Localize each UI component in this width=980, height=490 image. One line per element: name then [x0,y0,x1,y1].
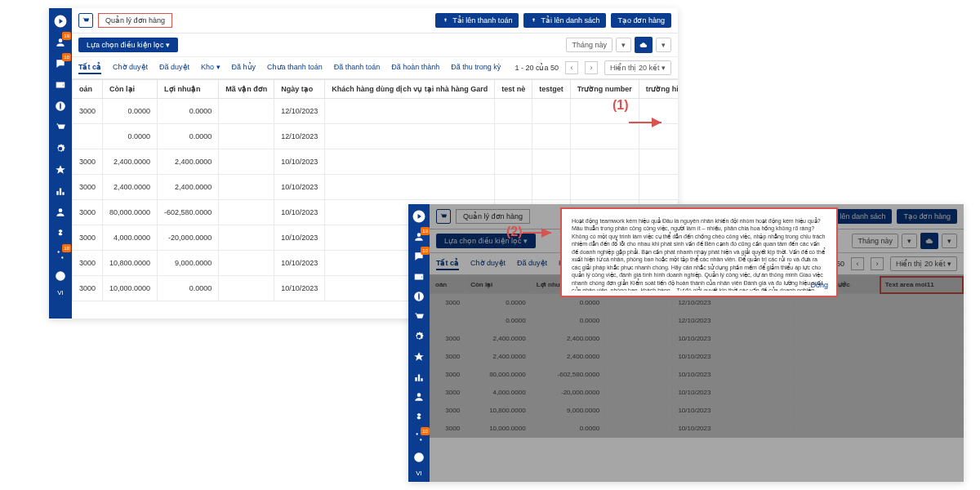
sidebar-star-icon[interactable] [411,350,427,365]
col-header[interactable]: trường hi [639,80,678,99]
filterbar: Lựa chọn điều kiện lọc ▾ Tháng này ▾ ▾ [72,33,678,57]
cell: 3000 [73,99,103,124]
cell [639,149,678,175]
sidebar-chart-icon[interactable] [52,183,69,199]
cell [219,251,274,276]
cell: 0.0000 [158,276,219,301]
cell: 0.0000 [103,124,158,149]
table-row[interactable]: 30002,400.00002,400.000010/10/2023 [73,175,679,200]
sidebar-dollar-icon[interactable] [411,409,427,425]
sidebar-logo-icon[interactable] [52,13,69,29]
cell [325,149,495,175]
tab-2[interactable]: Đã duyệt [159,61,189,74]
cell [219,124,274,149]
sidebar-person-icon[interactable] [411,390,427,405]
sidebar-clock-icon[interactable] [411,449,427,465]
tab-6[interactable]: Đã thanh toán [334,61,381,74]
cell: 12/10/2023 [274,99,325,124]
tab-3[interactable]: Kho ▾ [201,61,220,74]
table-row[interactable]: 30000.00000.000012/10/2023 [73,99,679,124]
modal-dialog: Hoạt động teamwork kém hiệu quả Đâu là n… [560,207,838,297]
tab-0[interactable]: Tất cả [78,61,101,74]
tab-7[interactable]: Đã hoàn thành [391,61,439,74]
tab-8[interactable]: Đã thu trong kỳ [451,61,501,74]
table-row[interactable]: 0.00000.000012/10/2023Hoạt động teamwork… [73,124,679,149]
cell [639,175,678,200]
cell: 2,400.0000 [158,175,219,200]
sidebar-user-icon[interactable]: 19 [411,229,427,245]
pager-prev[interactable]: ‹ [565,61,578,74]
sidebar-wallet-icon[interactable] [411,270,427,285]
sidebar-cart-icon[interactable] [411,310,427,325]
tab-5[interactable]: Chưa thanh toán [267,61,323,74]
upload-payment-button[interactable]: Tải lên thanh toán [435,13,519,28]
cell: 10,000.0000 [103,276,158,301]
modal-close-button[interactable]: Đóng [810,280,828,292]
main-area: Quản lý đơn hàng Tải lên thanh toán Tải … [430,204,964,482]
sidebar: 191010VI [408,204,430,482]
month-caret[interactable]: ▾ [616,38,631,52]
pager: 1 - 20 của 50 ‹ › Hiển thị 20 kết ▾ [514,60,671,75]
sidebar-cog-icon[interactable] [52,140,69,157]
cell [219,276,274,301]
sidebar-person-icon[interactable] [52,204,69,220]
col-header[interactable]: Lợi nhuận [158,80,219,99]
sidebar-globe-icon[interactable] [52,98,69,114]
cell [532,175,571,200]
table-row[interactable]: 30002,400.00002,400.000010/10/2023 [73,149,679,175]
month-select[interactable]: Tháng này [566,38,612,52]
col-header[interactable]: oán [73,80,103,99]
create-order-button[interactable]: Tạo đơn hàng [611,13,671,28]
col-header[interactable]: Mã vận đơn [219,80,274,99]
cell: 10/10/2023 [274,149,325,175]
cell: 3000 [73,149,103,175]
tab-1[interactable]: Chờ duyệt [113,61,148,74]
language-toggle[interactable]: VI [416,470,422,477]
sidebar-cog-icon[interactable] [411,329,427,345]
sidebar-percent-icon[interactable]: 10 [52,247,69,263]
cell [325,124,495,149]
sidebar-logo-icon[interactable] [411,209,427,225]
cell [73,124,103,149]
cell [495,124,532,149]
cell [495,149,532,175]
sidebar-chat-icon[interactable]: 10 [411,249,427,265]
cell: 12/10/2023 [274,124,325,149]
sidebar-star-icon[interactable] [52,162,69,178]
filter-dropdown[interactable]: Lựa chọn điều kiện lọc ▾ [78,38,178,52]
pager-next[interactable]: › [585,61,598,74]
sidebar-wallet-icon[interactable] [52,77,69,93]
col-header[interactable]: Còn lại [103,80,158,99]
col-header[interactable]: Trường number [570,80,639,99]
sidebar-chat-icon[interactable]: 10 [52,56,69,72]
cell: 10/10/2023 [274,225,325,251]
pager-display[interactable]: Hiển thị 20 kết ▾ [604,60,671,75]
cell [219,149,274,175]
cell: -602,580.0000 [158,200,219,225]
sidebar-chart-icon[interactable] [411,369,427,385]
sidebar-user-icon[interactable]: 19 [52,34,69,51]
cell: 3000 [73,276,103,301]
sidebar-globe-icon[interactable] [411,289,427,305]
language-toggle[interactable]: VI [57,289,64,296]
cloud-download-button[interactable] [635,37,653,53]
col-header[interactable]: test nè [495,80,532,99]
cell: 3000 [73,225,103,251]
col-header[interactable]: testget [532,80,571,99]
sidebar-cart-icon[interactable] [52,119,69,136]
sidebar-dollar-icon[interactable] [52,225,69,242]
sidebar-clock-icon[interactable] [52,268,69,284]
col-header[interactable]: Khách hàng dùng dịch vụ tại nhà hàng Gar… [325,80,495,99]
pager-range: 1 - 20 của 50 [514,64,559,72]
cell [532,99,571,124]
cell: 3000 [73,251,103,276]
cell [495,175,532,200]
upload-list-button[interactable]: Tải lên danh sách [523,13,606,28]
sidebar-percent-icon[interactable]: 10 [411,430,427,445]
tab-4[interactable]: Đã hủy [232,61,256,74]
page-title: Quản lý đơn hàng [98,13,172,28]
cart-button[interactable] [78,13,93,28]
col-header[interactable]: Ngày tạo [274,80,325,99]
cloud-caret[interactable]: ▾ [656,38,671,52]
cell: 10/10/2023 [274,251,325,276]
